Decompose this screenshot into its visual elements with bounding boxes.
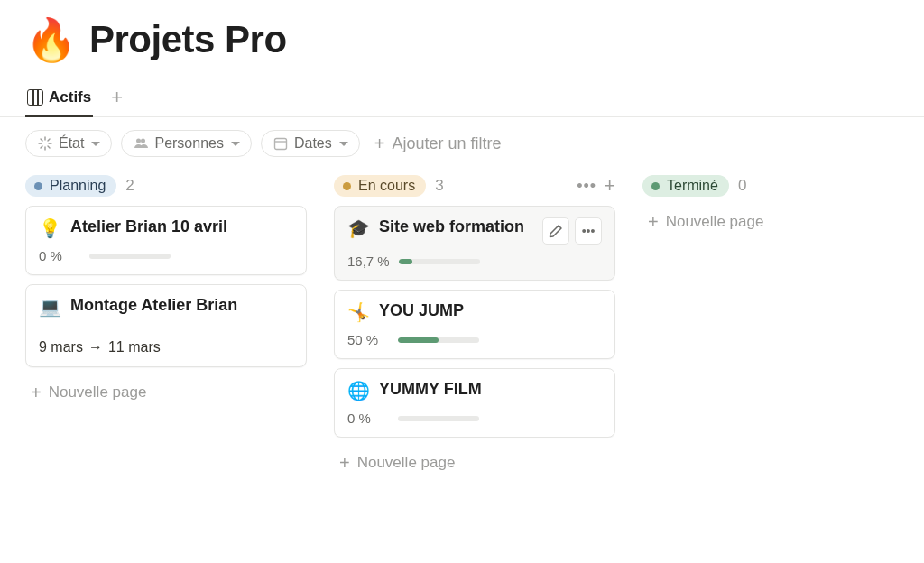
column-header: Terminé0 [642,175,924,197]
board-card[interactable]: 🎓Site web formation•••16,7 % [334,206,615,281]
column-header: Planning2 [25,175,307,197]
card-title-row: 🌐YUMMY FILM [347,380,602,401]
board-card[interactable]: 💡Atelier Brian 10 avril0 % [25,206,307,275]
views-row: Actifs + [0,69,924,117]
filter-dates[interactable]: Dates [261,130,360,157]
status-spinner-icon [37,135,53,152]
filter-people[interactable]: Personnes [121,130,252,157]
board-card[interactable]: 🤸YOU JUMP50 % [334,290,615,359]
plus-icon: + [339,454,350,472]
progress-percent: 16,7 % [347,254,390,269]
card-title-row: 💡Atelier Brian 10 avril [39,217,293,239]
column-count: 2 [125,177,134,195]
view-tab-actifs[interactable]: Actifs [25,85,93,117]
page-emoji-icon[interactable]: 🔥 [25,19,77,60]
card-emoji-icon: 🤸 [347,301,370,323]
add-filter-button[interactable]: + Ajouter un filtre [369,131,507,157]
progress-percent: 50 % [347,332,389,347]
card-hover-actions: ••• [542,217,602,245]
svg-point-9 [141,139,145,143]
status-chip[interactable]: Terminé [642,175,729,197]
filter-state[interactable]: État [25,130,112,157]
board-icon [27,89,43,106]
card-title-row: 💻Montage Atelier Brian [39,296,293,318]
progress-bar [399,259,480,264]
board-column: Terminé0+Nouvelle page [642,175,924,235]
status-chip[interactable]: En cours [334,175,426,197]
progress-percent: 0 % [39,248,80,263]
status-chip[interactable]: Planning [25,175,116,197]
status-label: Planning [50,178,106,194]
column-add-card-button[interactable]: + [604,176,615,196]
column-count: 0 [738,177,746,195]
card-emoji-icon: 🎓 [347,217,370,239]
people-icon [133,135,149,152]
card-emoji-icon: 💻 [39,296,61,318]
plus-icon: + [374,134,385,152]
card-title-row: 🤸YOU JUMP [347,301,602,323]
filter-label: Personnes [154,135,224,152]
progress-fill [399,259,412,264]
board-card[interactable]: 🌐YUMMY FILM0 % [334,368,615,438]
card-progress: 0 % [39,248,293,263]
card-title: Site web formation [379,217,533,236]
board-column: En cours3•••+🎓Site web formation•••16,7 … [334,175,615,475]
card-progress: 0 % [347,411,602,426]
svg-line-5 [48,146,50,148]
board-card[interactable]: 💻Montage Atelier Brian9 mars→11 mars [25,284,307,367]
status-dot-icon [343,182,351,190]
card-title: Atelier Brian 10 avril [70,217,293,236]
calendar-icon [273,135,289,152]
view-tab-label: Actifs [49,88,91,106]
kanban-board: Planning2💡Atelier Brian 10 avril0 %💻Mont… [0,170,924,475]
chevron-down-icon [231,142,240,146]
svg-point-8 [136,139,141,143]
new-page-button[interactable]: +Nouvelle page [642,206,924,235]
status-dot-icon [34,182,42,190]
column-actions: •••+ [577,176,615,196]
card-title: YUMMY FILM [379,380,602,399]
card-date-range: 9 mars→11 mars [39,327,293,355]
add-filter-label: Ajouter un filtre [392,134,501,153]
new-page-label: Nouvelle page [357,454,456,472]
status-dot-icon [651,182,660,190]
card-title: YOU JUMP [379,301,602,320]
filter-label: Dates [294,135,332,152]
column-more-button[interactable]: ••• [577,177,596,196]
chevron-down-icon [339,142,348,146]
status-label: Terminé [667,178,718,194]
arrow-right-icon: → [88,339,103,355]
progress-percent: 0 % [347,411,389,426]
page-title[interactable]: Projets Pro [89,18,287,61]
chevron-down-icon [91,142,100,146]
progress-fill [398,337,439,343]
new-page-label: Nouvelle page [49,383,147,401]
card-title: Montage Atelier Brian [70,296,293,315]
card-progress: 16,7 % [347,254,602,269]
card-title-row: 🎓Site web formation••• [347,217,602,245]
column-header: En cours3•••+ [334,175,615,197]
new-page-button[interactable]: +Nouvelle page [334,447,615,475]
board-column: Planning2💡Atelier Brian 10 avril0 %💻Mont… [25,175,307,405]
add-view-button[interactable]: + [111,86,123,116]
progress-bar [398,337,479,343]
filter-label: État [59,135,84,152]
card-progress: 50 % [347,332,602,347]
plus-icon: + [31,383,42,401]
progress-bar [398,416,479,421]
progress-bar [89,254,171,259]
card-emoji-icon: 💡 [39,217,61,239]
date-from: 9 mars [39,339,83,355]
status-label: En cours [358,178,415,194]
plus-icon: + [648,213,659,231]
new-page-label: Nouvelle page [666,213,764,231]
svg-line-6 [48,139,50,141]
card-emoji-icon: 🌐 [347,380,370,401]
column-count: 3 [435,177,443,195]
new-page-button[interactable]: +Nouvelle page [25,376,307,405]
card-more-button[interactable]: ••• [575,217,602,245]
page-header: 🔥 Projets Pro [0,0,924,69]
card-edit-button[interactable] [542,217,569,245]
svg-line-7 [41,146,42,148]
svg-line-4 [41,139,42,141]
